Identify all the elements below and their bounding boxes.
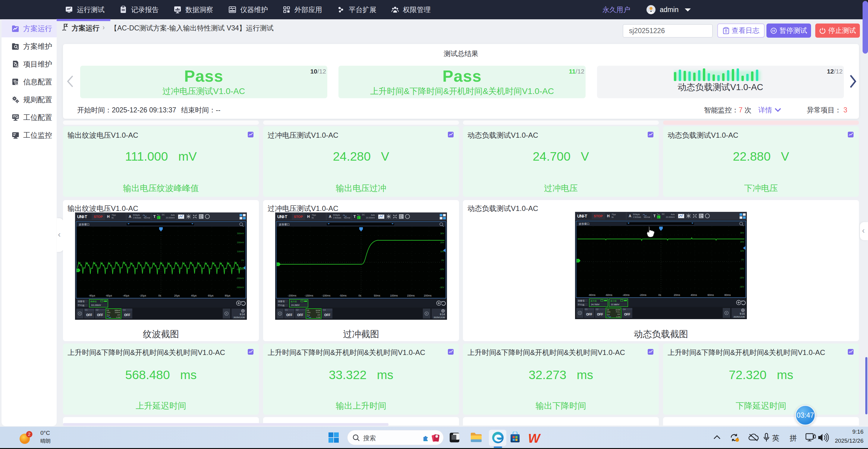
svg-text:1: 1 [158, 217, 159, 219]
svg-text:20μs: 20μs [174, 294, 180, 297]
svg-text:0.0W: 0.0W [116, 316, 120, 318]
svg-text:-20μs: -20μs [140, 294, 146, 297]
svg-text:70μs: 70μs [112, 214, 116, 216]
svg-text:C1: C1 [285, 309, 288, 311]
svg-text:200ms: 200ms [424, 294, 432, 297]
svg-text:Avg: Avg [607, 313, 610, 315]
svg-text:-20V: -20V [439, 277, 444, 280]
svg-text:0V: 0V [441, 259, 444, 262]
svg-text:1: 1 [77, 269, 79, 271]
svg-text:C2: C2 [96, 309, 98, 311]
svg-text:波形窗口: 波形窗口 [279, 223, 290, 226]
svg-text:OFF: OFF [586, 313, 592, 316]
svg-text:波形窗口: 波形窗口 [579, 222, 590, 225]
svg-text:-300mV: -300mV [236, 286, 244, 289]
svg-text:峰峰值: 峰峰值 [90, 300, 97, 302]
svg-text:-200mV: -200mV [236, 277, 244, 280]
svg-text:DC: DC [362, 214, 365, 216]
svg-text:C1: C1 [585, 308, 588, 310]
svg-text:1MΩ: 1MΩ [607, 311, 611, 313]
svg-text:20ms: 20ms [674, 293, 680, 296]
svg-text:20.000mV: 20.000mV [366, 217, 375, 219]
svg-text:0s: 0s [359, 294, 361, 297]
svg-text:STOP: STOP [94, 215, 103, 219]
svg-text:Normal: Normal [344, 217, 350, 219]
svg-text:-50ms: -50ms [339, 294, 347, 297]
svg-text:2.5GSa/s: 2.5GSa/s [133, 217, 141, 219]
svg-text:2025/12/26: 2025/12/26 [233, 316, 245, 319]
svg-text:-100ms: -100ms [322, 294, 330, 297]
svg-text:1: 1 [358, 217, 359, 219]
svg-text:-10V: -10V [739, 267, 744, 270]
svg-text:最小值: 最小值 [610, 300, 617, 302]
svg-text:H: H [107, 215, 110, 219]
svg-text:0s: 0s [612, 216, 614, 218]
svg-text:10.0V: 10.0V [315, 310, 320, 311]
svg-text:-20V: -20V [739, 276, 744, 279]
svg-text:Avg: Avg [107, 314, 110, 316]
svg-text:-80μs: -80μs [89, 294, 95, 297]
svg-text:100ms: 100ms [390, 294, 398, 297]
svg-text:9:15: 9:15 [740, 312, 745, 315]
svg-text:Auto: Auto [171, 214, 175, 216]
svg-text:-60μs: -60μs [105, 294, 112, 297]
svg-text:22.880V: 22.880V [611, 303, 619, 306]
svg-text:500kpts: 500kpts [333, 214, 340, 216]
svg-text:9:14: 9:14 [240, 313, 245, 316]
svg-text:80μs: 80μs [225, 294, 230, 297]
svg-text:500kpts: 500kpts [633, 213, 640, 216]
svg-text:10X: 10X [617, 313, 620, 315]
svg-text:OFF: OFF [324, 313, 330, 317]
svg-text:UNI-T: UNI-T [77, 214, 87, 219]
svg-text:C4: C4 [323, 309, 326, 311]
svg-text:FULL: FULL [616, 311, 621, 313]
svg-text:UNI-T: UNI-T [277, 214, 287, 219]
svg-text:0V: 0V [241, 259, 244, 262]
svg-text:1: 1 [658, 216, 659, 218]
svg-text:A: A [129, 215, 131, 219]
svg-text:1MΩ: 1MΩ [107, 312, 111, 313]
svg-text:-60ms: -60ms [605, 293, 613, 296]
svg-text:波形窗口: 波形窗口 [79, 223, 90, 226]
svg-text:2: 2 [28, 431, 30, 437]
svg-text:DC: DC [662, 213, 665, 215]
svg-text:OFF: OFF [597, 313, 603, 316]
svg-text:10X: 10X [117, 314, 120, 316]
svg-text:80ms: 80ms [724, 293, 731, 296]
svg-text:-80ms: -80ms [588, 293, 595, 296]
svg-text:C4: C4 [623, 308, 626, 310]
svg-text:最大值: 最大值 [590, 300, 597, 302]
svg-text:2025/12/26: 2025/12/26 [733, 316, 745, 318]
svg-text:最大值: 最大值 [290, 300, 297, 302]
svg-text:-10V: -10V [439, 268, 444, 270]
svg-text:1: 1 [577, 260, 578, 262]
svg-text:-30V: -30V [439, 286, 444, 289]
svg-text:-30V: -30V [739, 285, 744, 288]
svg-text:2.5GSa/s: 2.5GSa/s [633, 216, 641, 218]
svg-text:70μs: 70μs [612, 213, 616, 216]
svg-text:OFF: OFF [297, 313, 303, 317]
svg-text:100mV: 100mV [237, 250, 244, 253]
svg-text:平均值: 平均值 [578, 303, 585, 306]
svg-text:T: T [653, 214, 656, 218]
svg-text:OFF: OFF [286, 313, 292, 317]
svg-text:111.00mV: 111.00mV [91, 304, 101, 307]
svg-text:UNI-T: UNI-T [577, 214, 587, 219]
svg-text:500kpts: 500kpts [133, 214, 140, 216]
svg-text:40μs: 40μs [191, 294, 197, 297]
svg-text:2.5GSa/s: 2.5GSa/s [333, 217, 341, 219]
svg-text:Auto: Auto [371, 214, 375, 216]
svg-text:10X: 10X [317, 314, 320, 316]
svg-text:30V: 30V [740, 231, 744, 234]
svg-text:C4: C4 [123, 309, 126, 311]
svg-text:0s: 0s [112, 217, 114, 219]
svg-text:24.700V: 24.700V [591, 303, 599, 306]
svg-text:C3: C3 [107, 310, 109, 311]
svg-text:0s: 0s [158, 294, 161, 297]
svg-text:OFF: OFF [124, 313, 130, 317]
svg-text:60μs: 60μs [208, 294, 214, 297]
svg-text:40ms: 40ms [691, 293, 697, 296]
svg-text:1MΩ: 1MΩ [307, 312, 311, 313]
svg-text:Auto: Auto [671, 213, 675, 216]
svg-text:10V: 10V [740, 250, 744, 252]
